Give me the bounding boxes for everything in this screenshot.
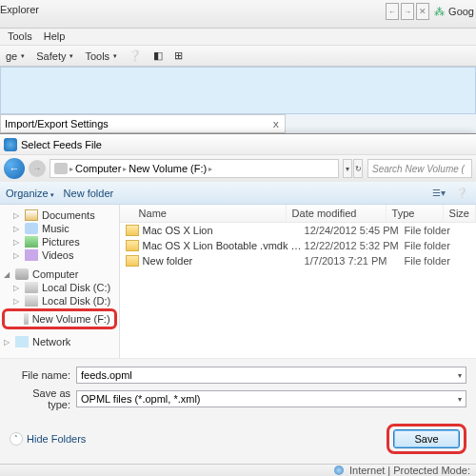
search-input[interactable]: Search New Volume ( — [367, 159, 472, 178]
nav-drive-f[interactable]: New Volume (F:) — [2, 308, 117, 329]
refresh-button[interactable]: ↻ — [353, 159, 363, 178]
filename-label: File name: — [10, 369, 76, 381]
nav-drive-c[interactable]: ▷Local Disk (C:) — [2, 281, 117, 294]
folder-icon — [126, 255, 139, 267]
dialog-title: Select Feeds File — [21, 139, 102, 150]
wizard-close[interactable]: x — [267, 118, 285, 130]
breadcrumb-current[interactable]: New Volume (F:) — [129, 163, 207, 174]
dialog-title-bar: Select Feeds File — [0, 134, 476, 155]
lib-documents[interactable]: ▷Documents — [2, 208, 117, 222]
back-button[interactable]: ← — [4, 158, 25, 179]
search-provider-icon[interactable]: ⁂ — [431, 4, 446, 19]
folder-icon — [126, 225, 139, 236]
extra-icon-2[interactable]: ⊞ — [170, 50, 187, 62]
file-row[interactable]: Mac OS X Lion Bootable .vmdk (For VMw...… — [120, 238, 476, 253]
col-date[interactable]: Date modified — [287, 205, 387, 222]
view-button[interactable]: ☰▾ — [430, 186, 447, 201]
ie-icon — [4, 138, 17, 151]
nav-network[interactable]: ▷Network — [2, 335, 117, 348]
help-button[interactable]: ❔ — [453, 186, 470, 201]
window-title: Explorer — [0, 4, 39, 15]
wizard-title-bar: Import/Export Settings x — [0, 114, 286, 133]
organize-button[interactable]: Organize — [6, 188, 54, 199]
breadcrumb[interactable]: ▸ Computer ▸ New Volume (F:) ▸ — [50, 159, 339, 178]
status-bar: Internet | Protected Mode: — [0, 464, 476, 476]
safety-button[interactable]: Safety — [32, 50, 77, 62]
col-type[interactable]: Type — [387, 205, 444, 222]
menu-bar: Tools Help — [0, 29, 476, 46]
menu-help[interactable]: Help — [38, 29, 71, 45]
zone-icon — [334, 466, 344, 475]
page-button[interactable]: ge — [2, 50, 29, 62]
menu-tools[interactable]: Tools — [2, 29, 38, 45]
wizard-title: Import/Export Settings — [5, 118, 109, 129]
command-bar: ge Safety Tools ❔ ◧ ⊞ — [0, 46, 476, 67]
nav-fwd-small[interactable]: → — [401, 3, 414, 20]
stop-icon[interactable]: ✕ — [416, 3, 429, 20]
save-dialog: Select Feeds File ← → ▸ Computer ▸ New V… — [0, 133, 476, 464]
save-button[interactable]: Save — [393, 429, 460, 448]
navigation-pane: ▷Documents ▷Music ▷Pictures ▷Videos ◢Com… — [0, 205, 120, 358]
drive-icon — [54, 163, 68, 174]
file-row[interactable]: New folder 1/7/2013 7:21 PM File folder — [120, 253, 476, 268]
folder-icon — [126, 240, 139, 251]
forward-button[interactable]: → — [29, 160, 46, 177]
saveastype-label: Save as type: — [10, 387, 76, 410]
file-row[interactable]: Mac OS X Lion 12/24/2012 5:45 PM File fo… — [120, 223, 476, 238]
hide-folders-button[interactable]: ˄ Hide Folders — [10, 432, 86, 446]
new-folder-button[interactable]: New folder — [64, 188, 114, 199]
tools-button[interactable]: Tools — [81, 50, 121, 62]
nav-back-small[interactable]: ← — [386, 3, 399, 20]
nav-computer[interactable]: ◢Computer — [2, 268, 117, 281]
prev-loc-button[interactable]: ▾ — [343, 159, 352, 178]
file-list: Name Date modified Type Size Mac OS X Li… — [120, 205, 476, 358]
col-size[interactable]: Size — [444, 205, 476, 222]
filename-input[interactable]: feeds.opml — [76, 367, 466, 384]
extra-icon-1[interactable]: ◧ — [149, 50, 167, 62]
lib-music[interactable]: ▷Music — [2, 222, 117, 235]
lib-pictures[interactable]: ▷Pictures — [2, 235, 117, 248]
col-name[interactable]: Name — [120, 205, 287, 222]
content-area — [0, 67, 476, 114]
status-text: Internet | Protected Mode: — [349, 465, 470, 476]
lib-videos[interactable]: ▷Videos — [2, 248, 117, 262]
help-icon[interactable]: ❔ — [125, 50, 146, 62]
saveastype-select[interactable]: OPML files (*.opml, *.xml) — [76, 390, 466, 407]
search-provider-label: Goog — [448, 6, 474, 17]
breadcrumb-root[interactable]: Computer — [75, 163, 121, 174]
nav-drive-d[interactable]: ▷Local Disk (D:) — [2, 294, 117, 307]
chevron-up-icon: ˄ — [10, 432, 23, 446]
